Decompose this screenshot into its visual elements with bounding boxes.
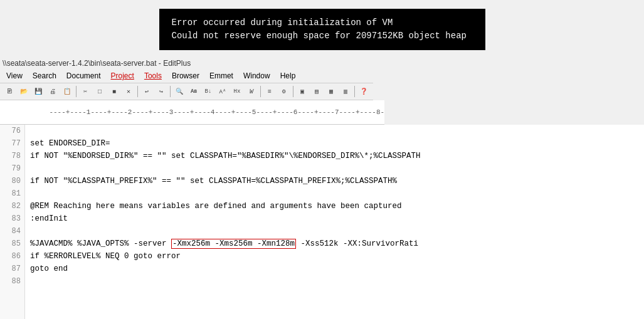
error-line-1: Error occurred during initialization of … — [172, 16, 473, 29]
ruler-text: ----+----1----+----2----+----3----+----4… — [49, 108, 384, 116]
toolbar-b5[interactable]: 📋 — [60, 85, 74, 98]
menu-help[interactable]: Help — [277, 70, 300, 81]
ln-87: 87 — [4, 263, 21, 275]
code-line-82: @REM Reaching here means variables are d… — [30, 200, 639, 212]
toolbar-sep-3 — [170, 86, 171, 97]
line-numbers: 76 77 78 79 80 81 82 83 84 85 86 87 88 — [0, 125, 25, 319]
ln-80: 80 — [4, 175, 21, 187]
toolbar-paste[interactable]: ■ — [107, 85, 121, 98]
menu-project[interactable]: Project — [107, 70, 138, 81]
toolbar-sep-4 — [260, 86, 261, 97]
error-container: Error occurred during initialization of … — [0, 0, 644, 58]
code-line-83: :endInit — [30, 212, 639, 225]
menu-bar: View Search Document Project Tools Brows… — [0, 69, 302, 83]
ln-77: 77 — [4, 137, 21, 150]
editor[interactable]: 76 77 78 79 80 81 82 83 84 85 86 87 88 s… — [0, 125, 644, 319]
toolbar-sep-5 — [293, 86, 293, 97]
toolbar-cut[interactable]: ✂ — [78, 85, 92, 98]
toolbar: 🖹 📂 💾 🖨 📋 ✂ □ ■ ✕ ↩ ↪ 🔍 AB B↓ Aᴬ Hx W ≡ … — [0, 83, 373, 100]
ln-82: 82 — [4, 200, 21, 212]
title-bar: \\seata\seata-server-1.4.2\bin\seata-ser… — [0, 58, 193, 69]
toolbar-format[interactable]: Aᴬ — [216, 85, 230, 98]
toolbar-print[interactable]: 🖨 — [46, 85, 60, 98]
toolbar-view3[interactable]: ▦ — [324, 85, 338, 98]
code-line-84 — [30, 225, 639, 238]
toolbar-goto[interactable]: B↓ — [201, 85, 215, 98]
code-content[interactable]: set ENDORSED_DIR= if NOT "%ENDORSED_DIR%… — [25, 125, 644, 319]
toolbar-gear[interactable]: ⚙ — [277, 85, 291, 98]
code-line-78: if NOT "%ENDORSED_DIR%" == "" set CLASSP… — [30, 150, 639, 162]
toolbar-copy[interactable]: □ — [93, 85, 107, 98]
toolbar-save[interactable]: 💾 — [31, 85, 45, 98]
toolbar-help[interactable]: ❓ — [357, 85, 371, 98]
toolbar-sep-1 — [76, 86, 77, 97]
menu-search[interactable]: Search — [29, 70, 60, 81]
menu-browser[interactable]: Browser — [168, 70, 203, 81]
menu-tools[interactable]: Tools — [140, 70, 166, 81]
code-line-87: goto end — [30, 263, 639, 275]
ln-78: 78 — [4, 150, 21, 162]
code-line-85: %JAVACMD% %JAVA_OPTS% -server -Xmx256m -… — [30, 238, 639, 250]
menu-emmet[interactable]: Emmet — [206, 70, 237, 81]
error-line-2: Could not reserve enough space for 20971… — [172, 29, 473, 43]
toolbar-sep-6 — [354, 86, 355, 97]
toolbar-ab[interactable]: AB — [187, 85, 201, 98]
ln-84: 84 — [4, 225, 21, 238]
menu-window[interactable]: Window — [240, 70, 274, 81]
toolbar-view4[interactable]: ▥ — [339, 85, 352, 98]
code-line-88 — [30, 275, 639, 288]
toolbar-w[interactable]: W — [245, 85, 258, 98]
toolbar-view1[interactable]: ▣ — [295, 85, 309, 98]
toolbar-new[interactable]: 🖹 — [3, 85, 16, 98]
title-text: \\seata\seata-server-1.4.2\bin\seata-ser… — [3, 59, 191, 68]
toolbar-redo[interactable]: ↪ — [154, 85, 168, 98]
toolbar-find[interactable]: 🔍 — [172, 85, 186, 98]
toolbar-undo[interactable]: ↩ — [140, 85, 154, 98]
ln-76: 76 — [4, 125, 21, 137]
toolbar-delete[interactable]: ✕ — [122, 85, 135, 98]
code-line-80: if NOT "%CLASSPATH_PREFIX%" == "" set CL… — [30, 175, 639, 187]
toolbar-open[interactable]: 📂 — [17, 85, 31, 98]
toolbar-hx[interactable]: Hx — [230, 85, 244, 98]
ruler: ----+----1----+----2----+----3----+----4… — [0, 100, 384, 125]
error-banner: Error occurred during initialization of … — [159, 9, 485, 50]
code-line-79 — [30, 162, 639, 175]
menu-view[interactable]: View — [3, 70, 26, 81]
ln-81: 81 — [4, 187, 21, 200]
code-line-81 — [30, 187, 639, 200]
ln-79: 79 — [4, 162, 21, 175]
app-window: Error occurred during initialization of … — [0, 0, 644, 125]
ln-85: 85 — [4, 238, 21, 250]
toolbar-tab[interactable]: ≡ — [263, 85, 277, 98]
highlight-xmx: -Xmx256m -Xms256m -Xmn128m — [171, 239, 296, 249]
code-line-77: set ENDORSED_DIR= — [30, 137, 639, 150]
menu-document[interactable]: Document — [63, 70, 105, 81]
ln-86: 86 — [4, 250, 21, 263]
ln-88: 88 — [4, 275, 21, 288]
ln-83: 83 — [4, 212, 21, 225]
code-line-86: if %ERRORLEVEL% NEQ 0 goto error — [30, 250, 639, 263]
toolbar-sep-2 — [137, 86, 138, 97]
toolbar-view2[interactable]: ▤ — [310, 85, 324, 98]
code-line-76 — [30, 125, 639, 137]
